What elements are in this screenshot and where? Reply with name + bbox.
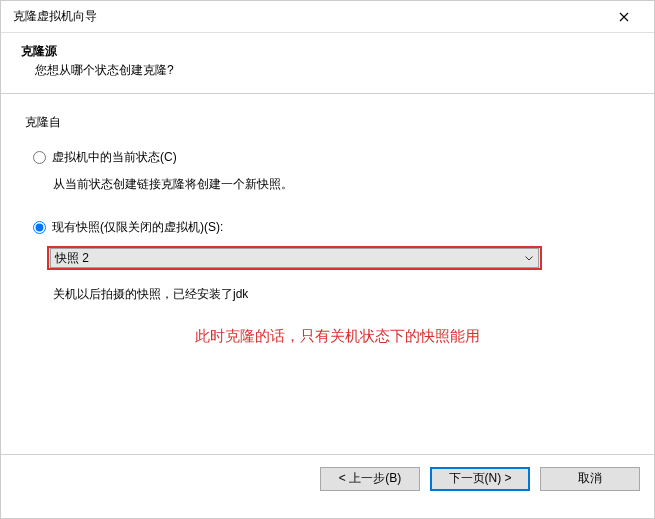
radio-existing-snapshot-input[interactable] — [33, 221, 46, 234]
radio-current-state[interactable]: 虚拟机中的当前状态(C) — [33, 149, 630, 166]
radio-existing-snapshot[interactable]: 现有快照(仅限关闭的虚拟机)(S): — [33, 219, 630, 236]
group-label: 克隆自 — [25, 114, 630, 131]
header-subtitle: 您想从哪个状态创建克隆? — [35, 62, 638, 79]
close-button[interactable] — [604, 1, 644, 32]
snapshot-select[interactable]: 快照 2 — [47, 246, 542, 270]
back-button[interactable]: < 上一步(B) — [320, 467, 420, 491]
cancel-button[interactable]: 取消 — [540, 467, 640, 491]
radio-existing-snapshot-label: 现有快照(仅限关闭的虚拟机)(S): — [52, 219, 223, 236]
wizard-footer: < 上一步(B) 下一页(N) > 取消 — [1, 454, 654, 502]
snapshot-select-value: 快照 2 — [55, 250, 520, 267]
wizard-header: 克隆源 您想从哪个状态创建克隆? — [1, 33, 654, 94]
annotation-text: 此时克隆的话，只有关机状态下的快照能用 — [45, 327, 630, 346]
radio-current-state-label: 虚拟机中的当前状态(C) — [52, 149, 177, 166]
next-button[interactable]: 下一页(N) > — [430, 467, 530, 491]
snapshot-desc: 关机以后拍摄的快照，已经安装了jdk — [53, 286, 630, 303]
wizard-content: 克隆自 虚拟机中的当前状态(C) 从当前状态创建链接克隆将创建一个新快照。 现有… — [1, 94, 654, 454]
header-title: 克隆源 — [21, 43, 638, 60]
window-title: 克隆虚拟机向导 — [13, 8, 604, 25]
chevron-down-icon — [520, 256, 538, 261]
radio-current-state-input[interactable] — [33, 151, 46, 164]
titlebar: 克隆虚拟机向导 — [1, 1, 654, 33]
current-state-desc: 从当前状态创建链接克隆将创建一个新快照。 — [53, 176, 630, 193]
close-icon — [619, 12, 629, 22]
